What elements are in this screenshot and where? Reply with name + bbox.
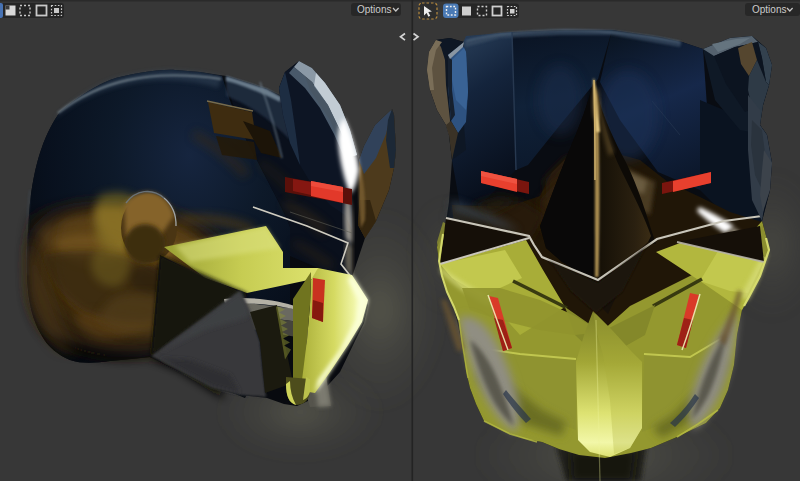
svg-text:Options: Options (357, 4, 391, 15)
svg-text:Options: Options (752, 4, 786, 15)
